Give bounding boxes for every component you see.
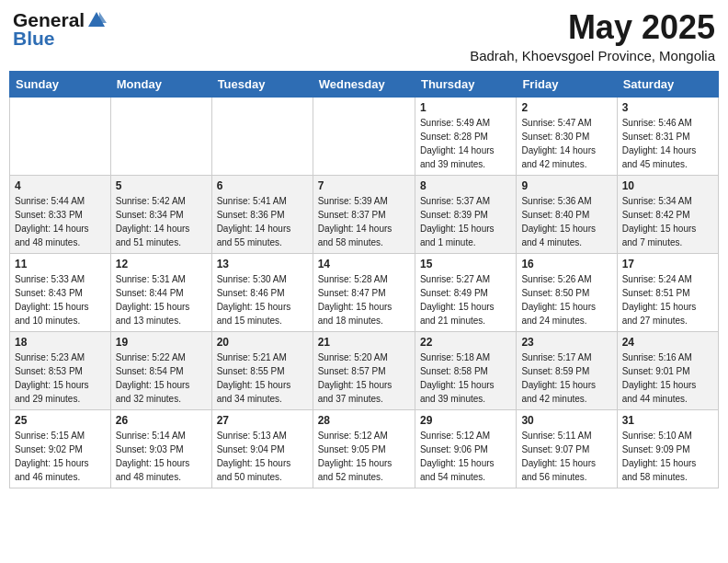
calendar-cell: 17Sunrise: 5:24 AMSunset: 8:51 PMDayligh… [617, 253, 718, 331]
calendar-cell [211, 97, 313, 175]
day-number: 16 [521, 258, 611, 270]
day-number: 14 [318, 258, 410, 270]
day-info: Sunrise: 5:41 AMSunset: 8:36 PMDaylight:… [217, 194, 308, 249]
day-number: 29 [420, 414, 511, 427]
calendar-week-4: 18Sunrise: 5:23 AMSunset: 8:53 PMDayligh… [10, 331, 719, 409]
calendar-cell: 1Sunrise: 5:49 AMSunset: 8:28 PMDaylight… [415, 97, 516, 175]
weekday-header-wednesday: Wednesday [313, 71, 415, 97]
svg-marker-1 [99, 12, 107, 23]
day-number: 27 [217, 414, 308, 427]
calendar-cell: 23Sunrise: 5:17 AMSunset: 8:59 PMDayligh… [517, 331, 617, 409]
weekday-header-sunday: Sunday [10, 71, 111, 97]
day-number: 4 [15, 179, 106, 192]
day-number: 19 [116, 336, 207, 349]
day-info: Sunrise: 5:46 AMSunset: 8:31 PMDaylight:… [622, 116, 713, 171]
day-info: Sunrise: 5:34 AMSunset: 8:42 PMDaylight:… [622, 194, 713, 249]
calendar-cell: 12Sunrise: 5:31 AMSunset: 8:44 PMDayligh… [110, 253, 211, 331]
day-info: Sunrise: 5:20 AMSunset: 8:57 PMDaylight:… [318, 350, 410, 406]
calendar-cell: 27Sunrise: 5:13 AMSunset: 9:04 PMDayligh… [211, 409, 313, 488]
day-info: Sunrise: 5:49 AMSunset: 8:28 PMDaylight:… [420, 116, 511, 171]
calendar-cell [110, 97, 211, 175]
day-info: Sunrise: 5:28 AMSunset: 8:47 PMDaylight:… [318, 272, 410, 327]
calendar-week-2: 4Sunrise: 5:44 AMSunset: 8:33 PMDaylight… [10, 175, 719, 253]
calendar-cell: 10Sunrise: 5:34 AMSunset: 8:42 PMDayligh… [617, 175, 718, 253]
day-number: 6 [217, 179, 308, 192]
day-number: 21 [318, 336, 410, 349]
calendar-week-3: 11Sunrise: 5:33 AMSunset: 8:43 PMDayligh… [10, 253, 719, 331]
calendar-cell: 8Sunrise: 5:37 AMSunset: 8:39 PMDaylight… [415, 175, 516, 253]
day-info: Sunrise: 5:44 AMSunset: 8:33 PMDaylight:… [15, 194, 106, 249]
calendar-cell: 21Sunrise: 5:20 AMSunset: 8:57 PMDayligh… [313, 331, 415, 409]
day-number: 17 [622, 258, 713, 270]
day-number: 30 [521, 414, 611, 427]
title-block: May 2025 Badrah, Khoevsgoel Province, Mo… [470, 9, 715, 63]
calendar-cell: 29Sunrise: 5:12 AMSunset: 9:06 PMDayligh… [415, 409, 516, 488]
calendar-cell: 6Sunrise: 5:41 AMSunset: 8:36 PMDaylight… [211, 175, 313, 253]
day-number: 13 [217, 258, 308, 270]
day-number: 1 [420, 101, 511, 114]
calendar-cell: 28Sunrise: 5:12 AMSunset: 9:05 PMDayligh… [313, 409, 415, 488]
day-number: 24 [622, 336, 713, 349]
day-number: 23 [521, 336, 611, 349]
calendar-cell [10, 97, 111, 175]
day-info: Sunrise: 5:13 AMSunset: 9:04 PMDaylight:… [217, 429, 308, 484]
calendar-cell: 30Sunrise: 5:11 AMSunset: 9:07 PMDayligh… [517, 409, 617, 488]
day-info: Sunrise: 5:15 AMSunset: 9:02 PMDaylight:… [15, 429, 106, 484]
day-info: Sunrise: 5:31 AMSunset: 8:44 PMDaylight:… [116, 272, 207, 327]
page-header: General Blue May 2025 Badrah, Khoevsgoel… [9, 9, 719, 63]
day-info: Sunrise: 5:26 AMSunset: 8:50 PMDaylight:… [521, 272, 611, 327]
weekday-header-thursday: Thursday [415, 71, 516, 97]
day-info: Sunrise: 5:17 AMSunset: 8:59 PMDaylight:… [521, 350, 611, 406]
day-info: Sunrise: 5:39 AMSunset: 8:37 PMDaylight:… [318, 194, 410, 249]
calendar-cell: 19Sunrise: 5:22 AMSunset: 8:54 PMDayligh… [110, 331, 211, 409]
day-info: Sunrise: 5:18 AMSunset: 8:58 PMDaylight:… [420, 350, 511, 406]
day-number: 11 [15, 258, 106, 270]
day-number: 15 [420, 258, 511, 270]
logo: General Blue [13, 9, 107, 50]
day-number: 2 [521, 101, 611, 114]
day-info: Sunrise: 5:30 AMSunset: 8:46 PMDaylight:… [217, 272, 308, 327]
calendar-cell: 16Sunrise: 5:26 AMSunset: 8:50 PMDayligh… [517, 253, 617, 331]
day-info: Sunrise: 5:21 AMSunset: 8:55 PMDaylight:… [217, 350, 308, 406]
day-number: 10 [622, 179, 713, 192]
day-info: Sunrise: 5:11 AMSunset: 9:07 PMDaylight:… [521, 429, 611, 484]
calendar-cell: 22Sunrise: 5:18 AMSunset: 8:58 PMDayligh… [415, 331, 516, 409]
weekday-header-tuesday: Tuesday [211, 71, 313, 97]
day-info: Sunrise: 5:12 AMSunset: 9:05 PMDaylight:… [318, 429, 410, 484]
day-info: Sunrise: 5:42 AMSunset: 8:34 PMDaylight:… [116, 194, 207, 249]
day-number: 31 [622, 414, 713, 427]
day-number: 5 [116, 179, 207, 192]
calendar-cell: 7Sunrise: 5:39 AMSunset: 8:37 PMDaylight… [313, 175, 415, 253]
day-info: Sunrise: 5:47 AMSunset: 8:30 PMDaylight:… [521, 116, 611, 171]
weekday-header-row: SundayMondayTuesdayWednesdayThursdayFrid… [10, 71, 719, 97]
day-number: 18 [15, 336, 106, 349]
calendar-cell: 3Sunrise: 5:46 AMSunset: 8:31 PMDaylight… [617, 97, 718, 175]
calendar-cell: 15Sunrise: 5:27 AMSunset: 8:49 PMDayligh… [415, 253, 516, 331]
calendar-table: SundayMondayTuesdayWednesdayThursdayFrid… [9, 71, 719, 488]
day-info: Sunrise: 5:36 AMSunset: 8:40 PMDaylight:… [521, 194, 611, 249]
day-number: 8 [420, 179, 511, 192]
calendar-week-1: 1Sunrise: 5:49 AMSunset: 8:28 PMDaylight… [10, 97, 719, 175]
calendar-cell: 20Sunrise: 5:21 AMSunset: 8:55 PMDayligh… [211, 331, 313, 409]
logo-icon [86, 10, 107, 30]
day-info: Sunrise: 5:14 AMSunset: 9:03 PMDaylight:… [116, 429, 207, 484]
day-info: Sunrise: 5:23 AMSunset: 8:53 PMDaylight:… [15, 350, 106, 406]
calendar-cell: 24Sunrise: 5:16 AMSunset: 9:01 PMDayligh… [617, 331, 718, 409]
day-number: 22 [420, 336, 511, 349]
day-number: 28 [318, 414, 410, 427]
day-number: 12 [116, 258, 207, 270]
day-number: 20 [217, 336, 308, 349]
day-number: 7 [318, 179, 410, 192]
weekday-header-monday: Monday [110, 71, 211, 97]
main-title: May 2025 [470, 9, 715, 46]
day-info: Sunrise: 5:27 AMSunset: 8:49 PMDaylight:… [420, 272, 511, 327]
day-number: 9 [521, 179, 611, 192]
logo-blue: Blue [13, 28, 55, 50]
calendar-cell: 11Sunrise: 5:33 AMSunset: 8:43 PMDayligh… [10, 253, 111, 331]
calendar-week-5: 25Sunrise: 5:15 AMSunset: 9:02 PMDayligh… [10, 409, 719, 488]
weekday-header-friday: Friday [517, 71, 617, 97]
calendar-cell: 9Sunrise: 5:36 AMSunset: 8:40 PMDaylight… [517, 175, 617, 253]
calendar-cell [313, 97, 415, 175]
calendar-cell: 18Sunrise: 5:23 AMSunset: 8:53 PMDayligh… [10, 331, 111, 409]
calendar-cell: 31Sunrise: 5:10 AMSunset: 9:09 PMDayligh… [617, 409, 718, 488]
